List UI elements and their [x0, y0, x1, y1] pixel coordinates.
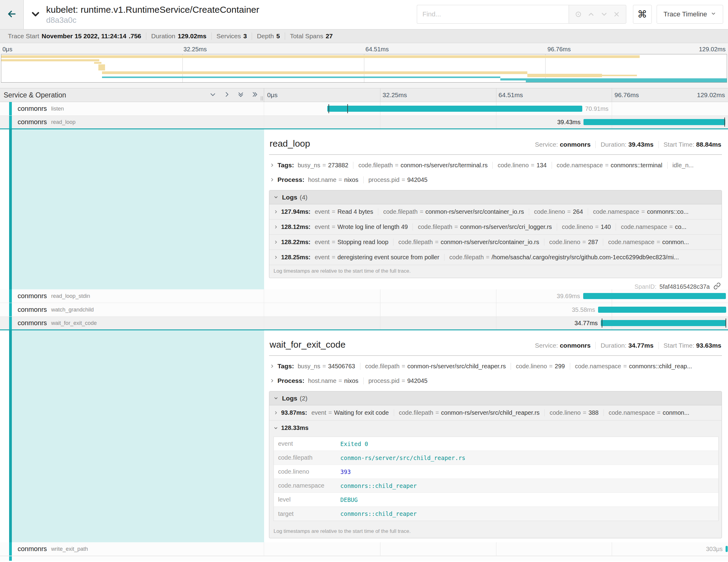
log-row[interactable]: 127.94ms: event=Read 4 bytes code.filepa…	[269, 204, 722, 220]
find-input[interactable]	[417, 5, 569, 24]
log-row[interactable]: 93.87ms: event=Waiting for exit code cod…	[269, 405, 722, 421]
tick-label: 129.02ms	[699, 46, 726, 53]
timeline-header-row: Service & Operation 0μs 32.25ms 64.51ms …	[0, 88, 728, 102]
span-bar[interactable]	[598, 307, 726, 313]
span-duration-label: 303μs	[703, 546, 726, 553]
locate-icon[interactable]	[574, 10, 582, 18]
column-resize-handle[interactable]	[261, 96, 263, 100]
span-service: conmonrs	[18, 545, 47, 553]
span-service: conmonrs	[18, 292, 47, 300]
tags-row[interactable]: Tags: busy_ns=273882 code.filepath=conmo…	[269, 158, 722, 172]
tag-chip[interactable]: busy_ns=273882	[298, 162, 348, 169]
chevron-right-icon	[270, 163, 274, 168]
chevron-right-icon	[274, 225, 278, 229]
view-selector-button[interactable]: Trace Timeline	[657, 5, 723, 24]
log-row[interactable]: 128.12ms: event=Wrote log line of length…	[269, 220, 722, 235]
process-row[interactable]: Process: host.name=nixos process.pid=942…	[269, 172, 722, 187]
span-service: conmonrs	[18, 306, 47, 314]
detail-highlight-fill	[12, 129, 264, 289]
log-row[interactable]: 128.25ms: event=deregistering event sour…	[269, 250, 722, 265]
log-row-expanded[interactable]: 128.33ms	[269, 421, 722, 435]
span-name-cell[interactable]: conmonrs watch_grandchild	[0, 303, 264, 316]
detail-accent-bar	[9, 129, 12, 289]
span-name-cell[interactable]: conmonrs read_loop	[0, 116, 264, 128]
span-operation: listen	[51, 106, 64, 112]
collapse-all-icon[interactable]	[237, 91, 244, 99]
top-bar: kubelet: runtime.v1.RuntimeService/Creat…	[0, 0, 728, 29]
span-name-cell[interactable]: conmonrs wait_for_exit_code	[0, 317, 264, 329]
detail-divider	[269, 154, 722, 155]
tag-chip[interactable]: code.namespace=conmonrs::terminal	[552, 162, 662, 169]
minimap-span-bar	[527, 74, 602, 77]
depth-indent-guide	[9, 556, 12, 561]
span-row-write-exit-path[interactable]: conmonrs write_exit_path 303μs	[0, 542, 728, 556]
tag-chip[interactable]: busy_ns=34506763	[298, 363, 355, 370]
clear-search-icon[interactable]	[613, 11, 620, 18]
log-chip: event=Waiting for exit code	[311, 409, 389, 416]
collapse-one-icon[interactable]	[209, 91, 216, 99]
span-row-listen[interactable]: conmonrs listen 70.91ms	[0, 102, 728, 116]
span-operation: read_loop	[51, 119, 76, 125]
keyboard-shortcuts-button[interactable]: ⌘	[633, 5, 652, 24]
trace-duration: Duration129.02ms	[146, 32, 211, 40]
span-row-wait-for-exit-code[interactable]: conmonrs wait_for_exit_code 34.77ms	[0, 317, 728, 330]
span-operation: watch_grandchild	[51, 307, 94, 313]
span-lane[interactable]: 35.58ms	[264, 303, 728, 316]
detail-left-gutter	[0, 330, 264, 542]
next-result-icon[interactable]	[600, 10, 608, 18]
tick-label: 32.25ms	[383, 91, 407, 99]
trace-services: Services3	[211, 32, 252, 40]
span-bar[interactable]	[583, 293, 726, 299]
tags-row[interactable]: Tags: busy_ns=34506763 code.filepath=con…	[269, 359, 722, 373]
tag-chip[interactable]: idle_n...	[667, 162, 694, 169]
process-chip[interactable]: process.pid=942045	[363, 377, 428, 384]
collapse-trace-toggle[interactable]	[30, 8, 41, 21]
tag-chip[interactable]: code.filepath=conmon-rs/server/src/termi…	[353, 162, 488, 169]
span-lane[interactable]: 303μs	[264, 542, 728, 556]
log-chip: code.lineno=287	[544, 239, 598, 246]
logs-header[interactable]: Logs (2)	[269, 391, 722, 405]
span-row-read-loop[interactable]: conmonrs read_loop 39.43ms	[0, 116, 728, 129]
log-chip: event=deregistering event source from po…	[315, 254, 439, 261]
tag-chip[interactable]: code.lineno=134	[492, 162, 546, 169]
process-chip[interactable]: process.pid=942045	[363, 176, 428, 183]
minimap-span-bar	[526, 80, 727, 82]
expand-one-icon[interactable]	[223, 91, 230, 99]
process-chip[interactable]: host.name=nixos	[308, 176, 359, 183]
detail-highlight-fill	[12, 330, 264, 542]
back-button[interactable]	[0, 0, 24, 29]
span-lane[interactable]: 34.77ms	[264, 317, 728, 329]
process-row[interactable]: Process: host.name=nixos process.pid=942…	[269, 373, 722, 388]
minimap-span-bar	[102, 77, 500, 78]
span-lane[interactable]: 39.69ms	[264, 289, 728, 303]
span-bar[interactable]	[601, 320, 726, 326]
tag-chip[interactable]: code.filepath=conmon-rs/server/src/child…	[360, 363, 506, 370]
tag-chip[interactable]: code.lineno=299	[511, 363, 565, 370]
span-lane[interactable]: 70.91ms	[264, 102, 728, 115]
process-chip[interactable]: host.name=nixos	[308, 377, 359, 384]
span-bar[interactable]	[583, 119, 725, 125]
expand-all-icon[interactable]	[251, 91, 258, 99]
trace-start: Trace StartNovember 15 2022, 11:24:14.75…	[3, 32, 146, 40]
tag-chip[interactable]: code.namespace=conmonrs::child_reap...	[570, 363, 692, 370]
logs-note: Log timestamps are relative to the start…	[269, 525, 722, 538]
minimap-gap	[0, 83, 728, 88]
span-name-cell[interactable]: conmonrs write_exit_path	[0, 542, 264, 556]
span-name-cell[interactable]: conmonrs listen	[0, 102, 264, 115]
detail-header: read_loop Service:conmonrs Duration:39.4…	[269, 131, 722, 154]
span-duration-label: 34.77ms	[571, 320, 601, 327]
span-name-cell[interactable]: conmonrs read_loop_stdin	[0, 289, 264, 303]
log-fields-table: event Exited 0 code.filepath conmon-rs/s…	[274, 437, 719, 521]
span-row-read-loop-stdin[interactable]: conmonrs read_loop_stdin 39.69ms	[0, 289, 728, 303]
span-bar[interactable]	[327, 106, 582, 112]
tick-label: 32.25ms	[183, 46, 207, 53]
span-lane[interactable]: 39.43ms	[264, 116, 728, 128]
prev-result-icon[interactable]	[587, 10, 595, 18]
link-icon[interactable]	[710, 282, 721, 289]
log-row[interactable]: 128.22ms: event=Stopping read loop code.…	[269, 235, 722, 250]
logs-header[interactable]: Logs (4)	[269, 190, 722, 204]
span-row-watch-grandchild[interactable]: conmonrs watch_grandchild 35.58ms	[0, 303, 728, 317]
trace-minimap[interactable]	[1, 54, 727, 83]
chevron-down-icon	[707, 10, 716, 18]
span-bar[interactable]	[726, 546, 728, 552]
